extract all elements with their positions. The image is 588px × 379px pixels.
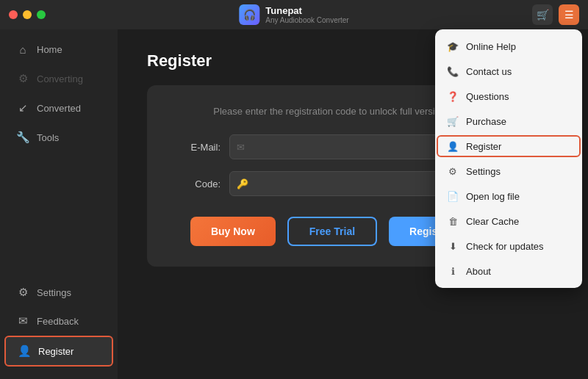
- settings-icon: ⚙: [16, 286, 29, 299]
- title-bar: 🎧 Tunepat Any Audiobook Converter 🛒 ☰: [0, 0, 588, 29]
- download-icon: ⬇: [447, 240, 459, 252]
- sidebar-item-settings-label: Settings: [37, 287, 71, 298]
- info-icon: ℹ: [447, 265, 459, 277]
- buy-now-button[interactable]: Buy Now: [190, 217, 276, 246]
- app-subtitle: Any Audiobook Converter: [265, 16, 348, 24]
- sidebar-item-converting: ⚙ Converting: [4, 65, 113, 93]
- menu-item-settings[interactable]: ⚙ Settings: [435, 159, 582, 184]
- maximize-button[interactable]: [37, 10, 46, 19]
- trash-icon: 🗑: [447, 215, 459, 227]
- menu-item-check-updates-label: Check for updates: [466, 241, 544, 252]
- sidebar-item-converted[interactable]: ↙ Converted: [4, 94, 113, 122]
- sidebar: ⌂ Home ⚙ Converting ↙ Converted 🔧 Tools …: [0, 29, 118, 379]
- menu-item-register-label: Register: [466, 141, 501, 152]
- menu-item-open-log-label: Open log file: [466, 191, 520, 202]
- graduation-icon: 🎓: [447, 40, 459, 52]
- sidebar-item-tools-label: Tools: [37, 132, 59, 143]
- person-icon: 👤: [447, 140, 459, 152]
- feedback-icon: ✉: [16, 314, 29, 328]
- menu-item-settings-label: Settings: [466, 166, 501, 177]
- sidebar-item-converted-label: Converted: [37, 103, 81, 114]
- menu-item-about-label: About: [466, 266, 491, 277]
- close-button[interactable]: [9, 10, 18, 19]
- cart-button[interactable]: 🛒: [532, 4, 553, 25]
- menu-item-contact-us[interactable]: 📞 Contact us: [435, 59, 582, 84]
- menu-item-about[interactable]: ℹ About: [435, 259, 582, 284]
- converted-icon: ↙: [16, 101, 29, 115]
- menu-item-questions[interactable]: ❓ Questions: [435, 84, 582, 109]
- menu-button[interactable]: ☰: [559, 4, 579, 25]
- question-icon: ❓: [447, 90, 459, 102]
- app-brand-text: Tunepat Any Audiobook Converter: [265, 5, 348, 25]
- menu-item-purchase-label: Purchase: [466, 116, 506, 127]
- title-bar-actions: 🛒 ☰: [532, 4, 579, 25]
- minimize-button[interactable]: [23, 10, 32, 19]
- app-name: Tunepat: [265, 5, 348, 17]
- sidebar-item-home[interactable]: ⌂ Home: [4, 36, 113, 63]
- sidebar-item-home-label: Home: [37, 44, 62, 55]
- sidebar-item-converting-label: Converting: [37, 73, 83, 84]
- sidebar-item-register-label: Register: [38, 346, 74, 357]
- email-label: E-Mail:: [176, 142, 220, 153]
- gear-menu-icon: ⚙: [447, 165, 459, 177]
- phone-icon: 📞: [447, 65, 459, 77]
- menu-item-online-help-label: Online Help: [466, 41, 516, 52]
- code-label: Code:: [176, 178, 220, 190]
- converting-icon: ⚙: [16, 72, 29, 85]
- menu-item-contact-us-label: Contact us: [466, 66, 512, 77]
- dropdown-menu: 🎓 Online Help 📞 Contact us ❓ Questions 🛒…: [435, 29, 582, 288]
- menu-item-open-log[interactable]: 📄 Open log file: [435, 184, 582, 209]
- sidebar-item-register[interactable]: 👤 Register: [4, 336, 113, 367]
- menu-item-register[interactable]: 👤 Register: [435, 134, 582, 159]
- cart-menu-icon: 🛒: [447, 115, 459, 127]
- menu-item-questions-label: Questions: [466, 91, 509, 102]
- app-logo: 🎧: [239, 4, 259, 25]
- sidebar-item-tools[interactable]: 🔧 Tools: [4, 123, 113, 151]
- menu-item-clear-cache-label: Clear Cache: [466, 216, 519, 227]
- sidebar-item-feedback-label: Feedback: [37, 316, 79, 327]
- sidebar-bottom: ⚙ Settings ✉ Feedback 👤 Register: [0, 278, 118, 373]
- menu-item-check-updates[interactable]: ⬇ Check for updates: [435, 234, 582, 259]
- sidebar-item-settings[interactable]: ⚙ Settings: [4, 278, 113, 306]
- register-icon: 👤: [18, 344, 31, 358]
- traffic-lights: [9, 10, 46, 19]
- menu-item-clear-cache[interactable]: 🗑 Clear Cache: [435, 209, 582, 234]
- free-trial-button[interactable]: Free Trial: [287, 217, 377, 246]
- menu-item-purchase[interactable]: 🛒 Purchase: [435, 109, 582, 134]
- menu-item-online-help[interactable]: 🎓 Online Help: [435, 34, 582, 59]
- sidebar-item-feedback[interactable]: ✉ Feedback: [4, 307, 113, 335]
- tools-icon: 🔧: [16, 131, 29, 144]
- app-brand: 🎧 Tunepat Any Audiobook Converter: [239, 4, 348, 25]
- home-icon: ⌂: [16, 43, 29, 56]
- file-icon: 📄: [447, 190, 459, 202]
